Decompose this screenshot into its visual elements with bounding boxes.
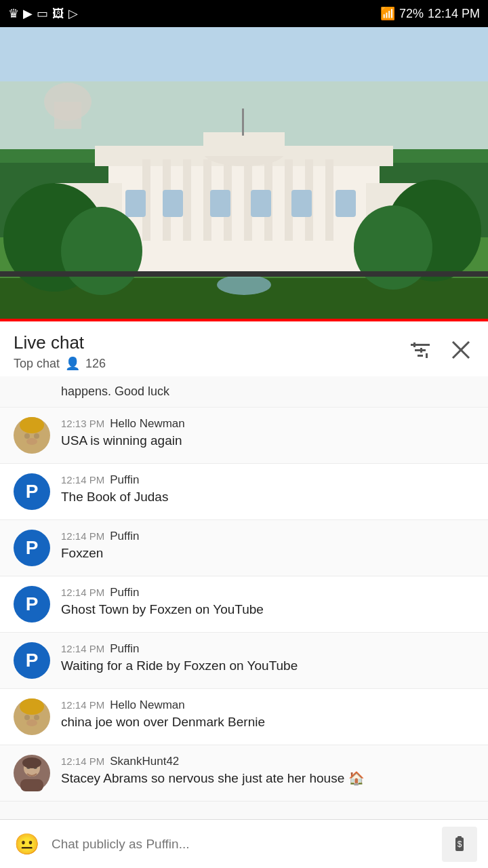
chat-username-3: Puffin [110,530,139,543]
emoji-button[interactable]: 😐 [11,829,42,860]
crown-icon: ♛ [8,6,19,21]
status-left: ♛ ▶ ▭ 🖼 ▷ [8,6,78,21]
close-button[interactable] [447,336,474,363]
status-right: 📶 72% 12:14 PM [380,6,480,21]
chat-message-text-3: Foxzen [61,546,103,560]
chat-time-4: 12:14 PM [61,587,104,598]
chat-username-4: Puffin [110,586,139,599]
chat-meta-2: 12:14 PM Puffin [61,473,474,487]
chat-meta-7: 12:14 PM SkankHunt42 [61,755,474,768]
svg-point-47 [24,433,30,439]
svg-point-48 [34,433,39,439]
chat-message-6: 12:14 PM Hello Newman china joe won over… [0,689,488,745]
chat-message-text-5: Waiting for a Ride by Foxzen on YouTube [61,658,298,673]
chat-content-6: 12:14 PM Hello Newman china joe won over… [61,698,474,732]
svg-rect-17 [325,159,333,241]
chat-message-text-4: Ghost Town by Foxzen on YouTube [61,602,264,616]
viewer-count: 126 [85,357,106,371]
svg-point-30 [61,207,142,295]
svg-rect-41 [420,348,422,353]
avatar-puffin-2: P [14,473,50,510]
chat-message-4: P 12:14 PM Puffin Ghost Town by Foxzen o… [0,576,488,633]
avatar-puffin-3: P [14,530,50,566]
image-icon: 🖼 [52,7,64,21]
chat-message-1: 12:13 PM Hello Newman USA is winning aga… [0,408,488,464]
svg-rect-34 [242,108,244,136]
avatar-skankhunt-7 [14,755,50,791]
svg-rect-25 [251,190,271,217]
skankhunt-avatar [14,755,50,791]
chat-content-7: 12:14 PM SkankHunt42 Stacey Abrams so ne… [61,755,474,788]
svg-rect-10 [183,159,191,241]
chat-meta-1: 12:13 PM Hello Newman [61,417,474,431]
livechat-title-area: Live chat Top chat 👤 126 [14,332,106,371]
avatar-puffin-4: P [14,586,50,623]
chat-message-text-6: china joe won over Denmark Bernie [61,715,265,729]
livechat-actions [407,336,474,363]
top-chat-label[interactable]: Top chat [14,357,60,371]
svg-rect-40 [413,342,415,347]
chat-username-7: SkankHunt42 [110,755,179,768]
livechat-header: Live chat Top chat 👤 126 [0,321,488,376]
svg-rect-24 [210,190,230,217]
viewer-icon: 👤 [65,356,80,371]
chat-time-2: 12:14 PM [61,474,104,486]
chat-time-5: 12:14 PM [61,643,104,654]
chat-message-text-7: Stacey Abrams so nervous she just ate he… [61,771,365,785]
chat-message-3: P 12:14 PM Puffin Foxzen [0,520,488,576]
svg-rect-33 [0,271,488,277]
chat-meta-5: 12:14 PM Puffin [61,642,474,656]
chat-time-6: 12:14 PM [61,699,104,711]
svg-point-49 [26,438,37,445]
svg-rect-19 [203,132,285,156]
chat-messages: happens. Good luck 12:13 PM Hello Newman… [0,376,488,850]
youtube-icon: ▶ [23,6,33,21]
svg-rect-42 [426,353,428,358]
svg-point-46 [20,417,44,433]
wifi-icon: 📶 [380,6,395,21]
chat-input-bar: 😐 $ [0,819,488,868]
svg-rect-27 [336,190,356,217]
chat-time-7: 12:14 PM [61,755,104,767]
chat-content-1: 12:13 PM Hello Newman USA is winning aga… [61,417,474,450]
chat-username-6: Hello Newman [110,698,185,712]
chat-meta-6: 12:14 PM Hello Newman [61,698,474,712]
livechat-subtitle: Top chat 👤 126 [14,356,106,371]
video-thumbnail [0,27,488,319]
chat-message-2: P 12:14 PM Puffin The Book of Judas [0,464,488,520]
livechat-title: Live chat [14,332,106,353]
chat-message-5: P 12:14 PM Puffin Waiting for a Ride by … [0,633,488,689]
time-display: 12:14 PM [428,7,480,21]
chat-time-3: 12:14 PM [61,530,104,542]
chat-message-text-1: USA is winning again [61,433,182,448]
chat-content-4: 12:14 PM Puffin Ghost Town by Foxzen on … [61,586,474,619]
truncated-text: happens. Good luck [61,384,169,398]
svg-rect-26 [291,190,312,217]
video-player[interactable] [0,27,488,319]
svg-rect-36 [54,102,81,129]
status-bar: ♛ ▶ ▭ 🖼 ▷ 📶 72% 12:14 PM [0,0,488,27]
chat-meta-4: 12:14 PM Puffin [61,586,474,599]
play-icon: ▷ [68,6,78,21]
file-icon: ▭ [37,6,48,21]
svg-text:$: $ [458,840,462,849]
truncated-message: happens. Good luck [0,376,488,408]
chat-content-3: 12:14 PM Puffin Foxzen [61,530,474,563]
chat-input[interactable] [52,829,432,860]
svg-rect-22 [125,190,146,217]
chat-content-5: 12:14 PM Puffin Waiting for a Ride by Fo… [61,642,474,675]
close-icon [451,340,470,359]
svg-point-51 [20,698,44,715]
svg-rect-23 [163,190,183,217]
svg-point-53 [34,715,39,720]
chat-time-1: 12:13 PM [61,418,104,429]
chat-content-2: 12:14 PM Puffin The Book of Judas [61,473,474,507]
send-button[interactable]: $ [442,827,477,862]
svg-point-32 [217,275,271,295]
avatar-newman-6 [14,698,50,735]
chat-username-5: Puffin [110,642,139,656]
chat-message-7: 12:14 PM SkankHunt42 Stacey Abrams so ne… [0,745,488,802]
svg-rect-62 [458,836,462,839]
filter-button[interactable] [407,336,434,363]
avatar-puffin-5: P [14,642,50,679]
